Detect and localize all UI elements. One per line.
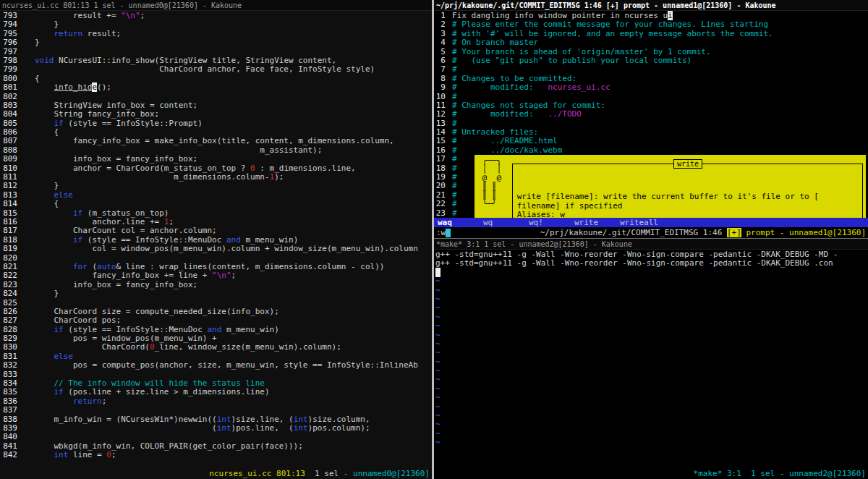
text-segment: (); bbox=[97, 82, 111, 92]
make-buffer-view[interactable]: g++ -std=gnu++11 -g -Wall -Wno-reorder -… bbox=[434, 250, 868, 468]
text-segment: # Your branch is ahead of 'origin/master… bbox=[452, 47, 711, 56]
text-segment bbox=[35, 352, 54, 361]
text-segment: pos = compute_pos(anchor, size, m_menu_w… bbox=[35, 360, 418, 370]
buffer-padding-tilde: ~ bbox=[435, 438, 868, 447]
text-segment: and bbox=[226, 235, 241, 245]
text-segment: m_info_win = (NCursesWin*)newwin(( bbox=[35, 415, 217, 424]
prompt-line[interactable]: :w bbox=[436, 227, 451, 238]
buffer-padding-tilde: ~ bbox=[435, 430, 868, 438]
buffer-padding-tilde: ~ bbox=[435, 313, 868, 322]
text-segment: ~ bbox=[435, 276, 441, 286]
text-segment: info_hid bbox=[54, 82, 93, 92]
text-segment: // The info window will hide the status … bbox=[54, 378, 265, 388]
text-segment: # bbox=[452, 172, 457, 182]
text-segment: # modified: bbox=[452, 109, 548, 119]
text-segment: m_assistant); bbox=[35, 145, 322, 155]
text-segment: if bbox=[73, 208, 82, 218]
text-segment: return bbox=[73, 397, 102, 406]
cursor-block bbox=[435, 268, 441, 277]
code-line: 823 info_box = fancy_info_box; bbox=[1, 281, 432, 289]
assistant-clippy-icon: ╭──╮ │ │ @ @ ║ ║ ║ ║ ╰─╯ bbox=[477, 156, 506, 216]
text-segment: wbkgd(m_info_win, COLOR_PAIR(get_color_p… bbox=[35, 441, 303, 451]
text-segment: auto bbox=[97, 262, 116, 271]
text-segment: # Please enter the commit message for yo… bbox=[452, 20, 768, 29]
text-segment: # with '#' will be ignored, and an empty… bbox=[452, 29, 773, 38]
completion-menu-item-writeall[interactable]: writeall bbox=[620, 218, 665, 227]
text-segment: if bbox=[54, 325, 64, 334]
text-segment: & line : wrap_lines(content, m_dimension… bbox=[116, 262, 385, 271]
buffer-padding-tilde: ~ bbox=[435, 385, 868, 394]
text-segment: )size.column, bbox=[308, 415, 370, 424]
text-segment: (style == InfoStyle::Prompt) bbox=[64, 119, 203, 128]
text-segment bbox=[35, 235, 73, 245]
text-segment: } bbox=[35, 20, 59, 29]
completion-menu-item-waq[interactable]: waq bbox=[438, 218, 483, 227]
text-segment: ); bbox=[274, 172, 284, 182]
code-line: 811 m_dimensions.column-1); bbox=[1, 173, 432, 182]
text-segment: "\n" bbox=[121, 11, 140, 20]
text-segment: # bbox=[452, 164, 457, 173]
text-segment: if bbox=[73, 235, 82, 245]
text-segment: ~ bbox=[435, 357, 441, 367]
info-popup-text: write [filename]: write the current buff… bbox=[517, 192, 858, 218]
buffer-padding-tilde: ~ bbox=[435, 367, 868, 376]
line-number: 23 bbox=[435, 209, 446, 218]
text-segment: # bbox=[452, 154, 457, 164]
text-segment: # ../doc/kak.webm bbox=[452, 145, 562, 155]
completion-menu-item-write[interactable]: write bbox=[574, 218, 620, 227]
line-number: 22 bbox=[435, 200, 446, 208]
line-number: 799 bbox=[1, 65, 17, 74]
left-buffer-view[interactable]: 793 result += "\n";794 }795 return resul… bbox=[0, 11, 432, 468]
info-popup-text-line: filename] if specified bbox=[517, 202, 858, 211]
text-segment bbox=[35, 119, 54, 128]
completion-menu: waqwqwq!writewriteall bbox=[434, 218, 868, 227]
line-number: 817 bbox=[1, 226, 17, 235]
buffer-padding-tilde: ~ bbox=[435, 340, 868, 349]
line-number: 801 bbox=[1, 83, 17, 92]
left-window-titlebar[interactable]: ncurses_ui.cc 801:13 1 sel - unnamed0@[2… bbox=[0, 0, 432, 11]
make-window-titlebar[interactable]: *make* 3:1 1 sel - unnamed2@[21360] - Ka… bbox=[434, 239, 868, 250]
text-segment: *make* 3:1 1 sel - unnamed2@[21360] bbox=[694, 469, 866, 478]
buffer-padding-tilde: ~ bbox=[435, 403, 868, 412]
buffer-padding-tilde: ~ bbox=[435, 420, 868, 429]
text-segment: ~ bbox=[435, 348, 441, 357]
commit-window-titlebar[interactable]: ~/prj/kakoune/.git/COMMIT_EDITMSG 1:46 [… bbox=[434, 0, 868, 11]
line-number: 15 bbox=[435, 137, 446, 145]
completion-menu-item-wq[interactable]: wq bbox=[483, 218, 529, 227]
text-segment: # bbox=[452, 92, 457, 101]
text-segment: 0 bbox=[250, 164, 255, 173]
code-line: 801 info_hide(); bbox=[1, 83, 432, 92]
cursor-block: i bbox=[668, 11, 673, 20]
text-segment: fancy_info_box = make_info_box(title, co… bbox=[35, 136, 394, 145]
text-segment: # bbox=[452, 190, 457, 200]
text-segment: CharCoord pos; bbox=[35, 315, 121, 325]
text-segment: # bbox=[452, 208, 457, 218]
text-segment: ; bbox=[102, 397, 107, 406]
code-line: 839 (int)pos.line, (int)pos.column); bbox=[1, 424, 432, 433]
code-line: 813 else bbox=[1, 191, 432, 200]
text-segment: )pos.column); bbox=[308, 423, 370, 433]
text-segment: ncurses_ui.cc bbox=[548, 82, 610, 92]
text-segment: 1 sel bbox=[310, 469, 343, 478]
make-editor-window: *make* 3:1 1 sel - unnamed2@[21360] - Ka… bbox=[434, 238, 868, 479]
code-line: 12# modified: ../TODO bbox=[435, 110, 868, 119]
code-line: 832 pos = compute_pos(anchor, size, m_me… bbox=[1, 361, 432, 370]
text-segment: m_menu_win) bbox=[241, 235, 298, 245]
text-segment bbox=[35, 208, 73, 218]
text-segment: : m_dimensions.line, bbox=[255, 164, 356, 173]
text-segment: # bbox=[452, 119, 457, 128]
text-segment: int bbox=[294, 415, 308, 424]
commit-editor-window: ~/prj/kakoune/.git/COMMIT_EDITMSG 1:46 [… bbox=[434, 0, 868, 238]
code-line: 6# (use "git push" to publish your local… bbox=[435, 56, 868, 65]
text-segment: ~ bbox=[435, 366, 441, 376]
code-line: 16# ../doc/kak.webm bbox=[435, 146, 868, 155]
text-segment: ( bbox=[88, 262, 97, 271]
text-segment: "\n" bbox=[212, 271, 231, 280]
text-segment: )pos.line, ( bbox=[231, 423, 294, 433]
line-number: 807 bbox=[1, 137, 17, 145]
buffer-padding-tilde: ~ bbox=[435, 287, 868, 295]
text-segment: ( bbox=[35, 423, 217, 433]
completion-menu-item-wq[interactable]: wq! bbox=[529, 218, 574, 227]
buffer-padding-tilde: ~ bbox=[435, 394, 868, 402]
text-segment bbox=[35, 397, 73, 406]
